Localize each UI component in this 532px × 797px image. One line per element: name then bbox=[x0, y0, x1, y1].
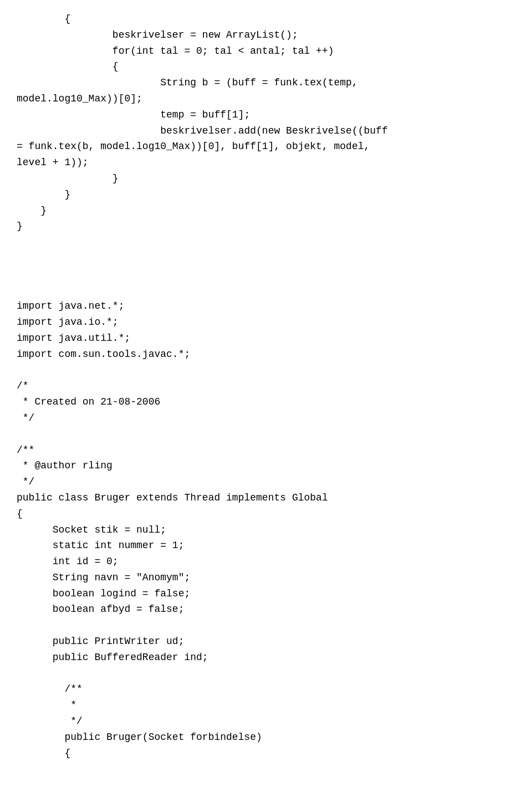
code-content: { beskrivelser = new ArrayList(); for(in… bbox=[17, 11, 515, 761]
